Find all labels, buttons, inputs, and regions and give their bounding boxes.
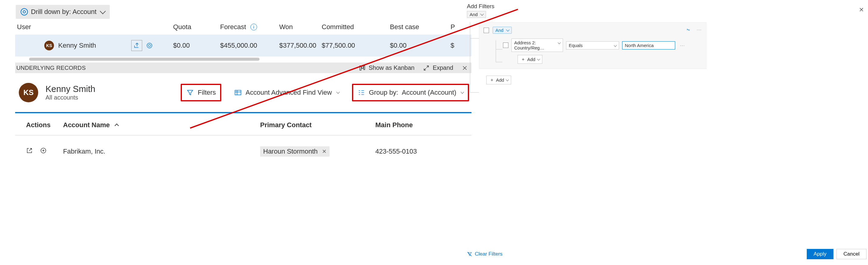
cell-forecast: $455,000.00 [218, 42, 277, 50]
sort-ascending-icon [115, 124, 119, 128]
target-icon [21, 8, 28, 16]
plus-icon: ＋ [490, 77, 494, 83]
cell-quota: $0.00 [171, 42, 218, 50]
user-name: Kenny Smith [58, 42, 96, 50]
cell-won: $377,500.00 [277, 42, 320, 50]
records-header: Actions Account Name Primary Contact Mai… [15, 113, 471, 135]
more-icon[interactable]: ··· [697, 27, 702, 33]
header-main-phone[interactable]: Main Phone [373, 121, 452, 129]
svg-point-1 [148, 44, 150, 47]
underlying-records-bar: UNDERLYING RECORDS Show as Kanban Expand [15, 62, 471, 73]
owner-strip: KS Kenny Smith All accounts Filters Acco… [15, 73, 471, 111]
owner-name: Kenny Smith [45, 84, 95, 94]
filter-group: And ··· Address 2: Country/Reg… Equals N… [479, 22, 706, 69]
info-icon[interactable]: i [250, 24, 257, 30]
panel-title: Add Filters [467, 3, 867, 10]
more-icon[interactable]: ··· [680, 43, 685, 48]
open-icon[interactable] [26, 147, 33, 156]
header-actions[interactable]: Actions [15, 121, 61, 129]
plus-icon: ＋ [521, 56, 525, 62]
condition-value-input[interactable]: North America [622, 41, 675, 50]
svg-point-0 [147, 43, 152, 48]
forecast-grid-row[interactable]: KS Kenny Smith $0.00 $455,000.00 $377,50… [15, 35, 471, 56]
filter-panel-footer: Clear Filters Apply Cancel [467, 249, 867, 259]
header-account-name[interactable]: Account Name [61, 121, 258, 129]
cell-phone: 423-555-0103 [373, 148, 452, 155]
connector-line [496, 41, 502, 62]
forecast-grid-header: User Quota Forecast i Won Committed Best… [15, 23, 471, 35]
cell-account-name: Fabrikam, Inc. [61, 148, 258, 155]
condition-checkbox[interactable] [503, 43, 508, 48]
condition-field-select[interactable]: Address 2: Country/Reg… [512, 38, 563, 52]
expand-group-icon[interactable] [686, 27, 691, 33]
owner-subtitle: All accounts [45, 94, 95, 101]
forecast-panel: Drill down by: Account User Quota Foreca… [15, 0, 471, 160]
header-extra[interactable]: P [449, 23, 458, 31]
contact-chip[interactable]: Haroun Stormonth ✕ [260, 146, 330, 157]
drilldown-chip[interactable]: Drill down by: Account [16, 5, 110, 19]
drilldown-label: Drill down by: Account [31, 8, 96, 16]
groupby-button[interactable]: Group by: Account (Account) [352, 84, 469, 101]
underlying-title: UNDERLYING RECORDS [17, 65, 86, 71]
chevron-down-icon [336, 90, 340, 94]
chevron-down-icon [461, 90, 464, 94]
svg-rect-5 [235, 90, 241, 95]
add-filters-panel: Add Filters ✕ And And ··· [467, 3, 867, 84]
header-forecast[interactable]: Forecast i [218, 23, 277, 31]
cell-extra: $ [449, 42, 458, 50]
header-quota[interactable]: Quota [171, 23, 218, 31]
chevron-down-icon [506, 28, 509, 31]
group-and-operator[interactable]: And [493, 27, 512, 34]
cell-committed: $77,500.00 [320, 42, 388, 50]
svg-rect-4 [364, 65, 365, 70]
avatar-large: KS [19, 83, 38, 102]
horizontal-scrollbar[interactable] [15, 57, 471, 61]
filters-button[interactable]: Filters [181, 84, 221, 101]
add-group-button[interactable]: ＋ Add [486, 76, 511, 84]
connector-line [470, 22, 479, 92]
chevron-down-icon [480, 12, 484, 16]
record-row[interactable]: Fabrikam, Inc. Haroun Stormonth ✕ 423-55… [15, 135, 471, 160]
show-as-kanban[interactable]: Show as Kanban [359, 64, 414, 71]
header-committed[interactable]: Committed [320, 23, 388, 31]
apply-button[interactable]: Apply [807, 249, 834, 259]
header-bestcase[interactable]: Best case [388, 23, 449, 31]
expand-button[interactable]: Expand [423, 64, 453, 71]
header-user[interactable]: User [15, 23, 171, 31]
header-won[interactable]: Won [277, 23, 320, 31]
condition-operator-select[interactable]: Equals [566, 41, 619, 50]
chevron-down-icon [100, 8, 106, 14]
avatar: KS [44, 41, 54, 50]
share-icon[interactable] [131, 40, 142, 51]
scrollbar-thumb[interactable] [29, 58, 259, 61]
remove-icon[interactable]: ✕ [322, 148, 327, 155]
header-primary-contact[interactable]: Primary Contact [258, 121, 373, 129]
clear-filters-button[interactable]: Clear Filters [467, 251, 503, 257]
add-condition-button[interactable]: ＋ Add [518, 55, 542, 64]
close-icon[interactable]: ✕ [859, 6, 864, 14]
group-checkbox[interactable] [484, 28, 489, 33]
target-small-icon[interactable] [144, 40, 155, 51]
cancel-button[interactable]: Cancel [836, 249, 867, 259]
add-icon[interactable] [40, 147, 47, 156]
root-and-operator[interactable]: And [467, 11, 486, 18]
filter-condition-row: Address 2: Country/Reg… Equals North Ame… [503, 38, 702, 52]
